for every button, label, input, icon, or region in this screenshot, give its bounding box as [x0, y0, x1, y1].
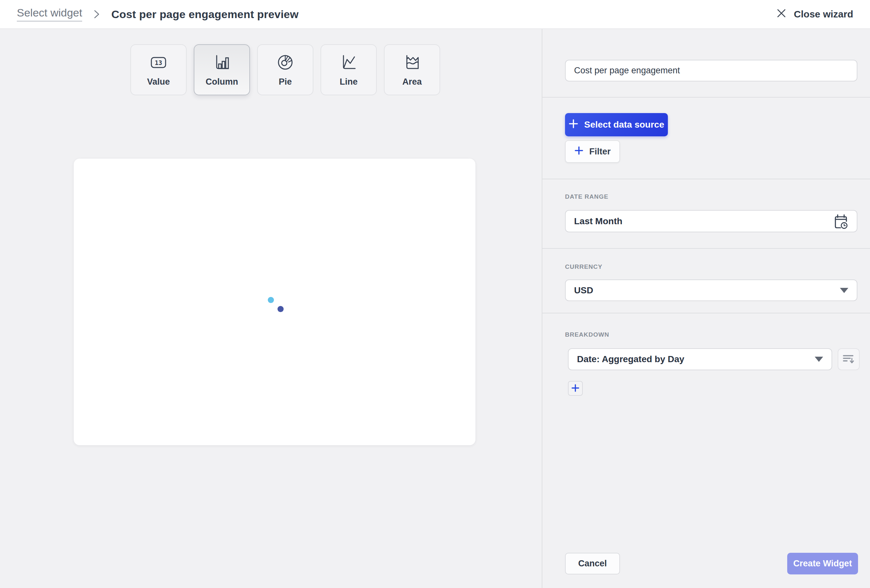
widget-type-label: Line	[340, 77, 358, 87]
pie-chart-icon	[276, 53, 294, 72]
line-chart-icon	[340, 53, 358, 72]
widget-name-field	[565, 60, 857, 82]
add-breakdown-button[interactable]	[568, 381, 583, 396]
value-widget-icon: 13	[149, 53, 168, 72]
widget-type-selector: 13 Value Column Pie Line Ar	[130, 44, 440, 95]
section-divider	[542, 97, 870, 98]
topbar: Select widget Cost per page engagement p…	[0, 0, 870, 29]
widget-wizard-page: Select widget Cost per page engagement p…	[0, 0, 870, 588]
filter-label: Filter	[589, 147, 611, 157]
loading-dot-dark	[277, 306, 284, 312]
widget-type-label: Column	[206, 77, 238, 87]
date-range-label: DATE RANGE	[565, 193, 608, 200]
widget-type-line[interactable]: Line	[320, 44, 377, 95]
currency-value: USD	[574, 285, 593, 295]
widget-type-area[interactable]: Area	[384, 44, 440, 95]
widget-type-column[interactable]: Column	[194, 44, 250, 95]
widget-name-input[interactable]	[574, 65, 848, 76]
loading-dot-light	[268, 297, 274, 303]
chevron-down-icon	[840, 288, 848, 293]
select-data-source-label: Select data source	[584, 120, 664, 130]
breadcrumb-select-widget[interactable]: Select widget	[17, 7, 82, 22]
section-divider	[542, 248, 870, 249]
breakdown-value: Date: Aggregated by Day	[577, 354, 684, 364]
cancel-button[interactable]: Cancel	[565, 553, 620, 575]
svg-text:13: 13	[155, 59, 162, 66]
chevron-right-icon	[93, 9, 100, 19]
select-data-source-button[interactable]: Select data source	[565, 113, 668, 136]
config-sidebar: WIDGET NAME Select data source Filter DA…	[542, 29, 870, 588]
currency-select[interactable]: USD	[565, 279, 857, 301]
widget-type-label: Value	[147, 77, 170, 87]
area-chart-icon	[403, 53, 421, 72]
chevron-down-icon	[815, 357, 823, 362]
column-chart-icon	[213, 53, 231, 72]
plus-icon	[574, 146, 584, 157]
widget-type-value[interactable]: 13 Value	[130, 44, 186, 95]
breakdown-select[interactable]: Date: Aggregated by Day	[568, 348, 832, 370]
calendar-clock-icon	[833, 214, 848, 229]
close-wizard-label: Close wizard	[794, 9, 853, 20]
page-title: Cost per page engagement preview	[111, 8, 298, 21]
plus-icon	[569, 119, 578, 131]
widget-type-label: Area	[402, 77, 422, 87]
date-range-value: Last Month	[574, 216, 622, 226]
close-wizard-button[interactable]: Close wizard	[776, 8, 853, 21]
widget-type-label: Pie	[279, 77, 292, 87]
plus-icon	[571, 384, 580, 393]
create-widget-button[interactable]: Create Widget	[787, 553, 858, 575]
date-range-select[interactable]: Last Month	[565, 210, 857, 232]
section-divider	[542, 179, 870, 179]
close-icon	[776, 8, 787, 21]
widget-type-pie[interactable]: Pie	[257, 44, 313, 95]
sort-descending-icon	[842, 354, 855, 365]
currency-label: CURRENCY	[565, 263, 603, 270]
section-divider	[542, 313, 870, 313]
breakdown-label: BREAKDOWN	[565, 331, 609, 338]
widget-preview-card	[74, 159, 475, 445]
breakdown-sort-button[interactable]	[838, 348, 860, 370]
filter-button[interactable]: Filter	[565, 140, 620, 163]
